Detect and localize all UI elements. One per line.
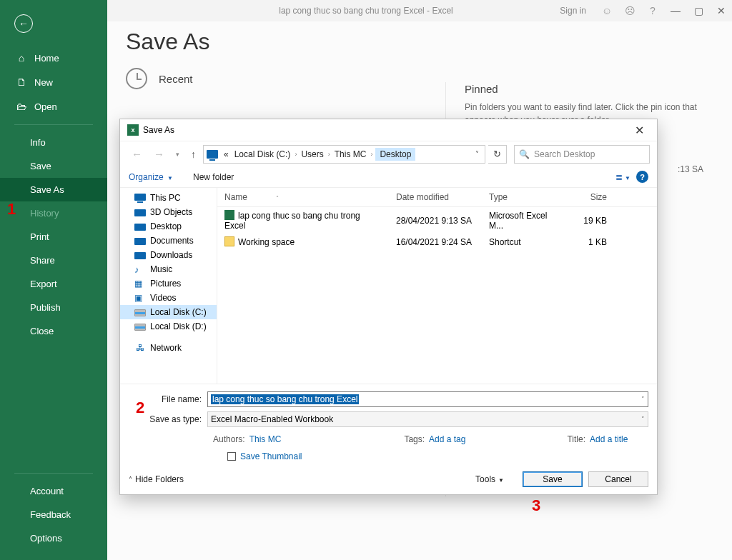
sidebar-account[interactable]: Account [0,479,107,503]
search-input[interactable]: 🔍 Search Desktop [514,145,650,164]
file-row[interactable]: lap cong thuc so bang chu trong Excel 28… [217,207,657,234]
sidebar-options[interactable]: Options [0,526,107,550]
nav-up-icon[interactable]: ↑ [187,149,200,160]
shortcut-icon [224,236,234,246]
page-icon: 🗋 [16,76,27,88]
sidebar-publish[interactable]: Publish [0,296,107,319]
save-type-select[interactable]: Excel Macro-Enabled Workbook˅ [207,411,648,427]
sidebar-feedback[interactable]: Feedback [0,503,107,526]
maximize-icon[interactable]: ▢ [692,5,705,16]
tree-music[interactable]: Music [120,262,217,276]
save-thumbnail-row[interactable]: Save Thumbnail [227,451,648,461]
sort-icon: ˄ [276,195,279,201]
sidebar-new[interactable]: 🗋New [0,70,107,94]
excel-icon: x [127,124,139,136]
path-dropdown-icon[interactable]: ˅ [473,150,482,158]
col-name[interactable]: Name˄ [217,188,389,206]
close-window-icon[interactable]: ✕ [715,5,728,16]
sidebar-save-as[interactable]: Save As [0,178,107,201]
help-icon[interactable]: ? [646,5,659,16]
sidebar-export[interactable]: Export [0,272,107,296]
recent-label[interactable]: Recent [159,73,193,85]
nav-back-icon[interactable]: ← [127,148,147,160]
thumbnail-checkbox[interactable] [227,452,236,461]
file-row[interactable]: Working space 16/04/2021 9:24 SA Shortcu… [217,234,657,250]
new-folder-button[interactable]: New folder [193,172,234,182]
file-list: Name˄ Date modified Type Size lap cong t… [217,188,657,384]
file-name-input[interactable]: lap cong thuc so bang chu trong Excel˅ [207,391,648,407]
tree-local-disk-d[interactable]: Local Disk (D:) [120,319,217,334]
tree-documents[interactable]: Documents [120,234,217,248]
sidebar-home[interactable]: ⌂Home [0,46,107,70]
chevron-down-icon: ▼ [167,175,173,181]
folder-icon [134,238,146,245]
excel-file-icon [224,210,234,220]
back-button[interactable]: ← [14,14,33,33]
save-button[interactable]: Save [523,471,583,487]
col-size[interactable]: Size [564,188,614,206]
tools-dropdown[interactable]: Tools▼ [475,474,504,484]
col-type[interactable]: Type [482,188,564,206]
tree-this-pc[interactable]: This PC [120,191,217,205]
sidebar-share[interactable]: Share [0,249,107,272]
dialog-titlebar: x Save As ✕ [120,119,657,141]
chevron-right-icon: › [370,151,372,158]
tree-desktop[interactable]: Desktop [120,219,217,234]
dialog-help-icon[interactable]: ? [636,171,648,183]
breadcrumb-bar[interactable]: « Local Disk (C:)› Users› This MC› Deskt… [203,145,485,164]
feedback-icon[interactable]: ☹ [623,5,636,16]
crumb-2[interactable]: This MC [333,149,368,159]
chevron-up-icon: ˄ [129,476,132,484]
tree-local-disk-c[interactable]: Local Disk (C:) [120,305,217,319]
crumb-0[interactable]: Local Disk (C:) [233,149,292,159]
chevron-down-icon[interactable]: ˅ [641,396,645,403]
pictures-icon [134,279,146,289]
close-dialog-icon[interactable]: ✕ [629,122,650,139]
folder-icon [134,209,146,216]
search-icon: 🔍 [519,149,530,159]
home-icon: ⌂ [16,52,27,64]
crumb-3[interactable]: Desktop [375,148,415,161]
minimize-icon[interactable]: — [669,5,682,16]
sidebar-print[interactable]: Print [0,225,107,249]
hide-folders-button[interactable]: ˄Hide Folders [129,474,184,484]
nav-recent-icon[interactable]: ▾ [172,151,184,158]
authors-value[interactable]: This MC [249,434,282,444]
tree-3d-objects[interactable]: 3D Objects [120,205,217,219]
tree-downloads[interactable]: Downloads [120,248,217,262]
chevron-down-icon: ▼ [498,477,504,484]
cancel-button[interactable]: Cancel [588,471,648,487]
signin-link[interactable]: Sign in [560,6,586,16]
sidebar-save[interactable]: Save [0,154,107,178]
view-mode-button[interactable]: ≣ ▼ [615,172,630,182]
tree-network[interactable]: 🖧Network [120,341,217,355]
folder-icon [134,252,146,259]
document-title: lap cong thuc so bang chu trong Excel - … [279,6,452,16]
annotation-3: 3 [532,496,540,515]
sidebar-close[interactable]: Close [0,319,107,343]
thumbnail-label: Save Thumbnail [240,451,302,461]
title-value[interactable]: Add a title [590,434,628,444]
excel-titlebar: lap cong thuc so bang chu trong Excel - … [0,0,732,21]
emoji-icon[interactable]: ☺ [600,5,613,16]
folder-icon [134,224,146,231]
music-icon [134,264,146,274]
tree-pictures[interactable]: Pictures [120,276,217,291]
nav-forward-icon: → [149,148,169,160]
annotation-1: 1 [7,200,16,219]
save-as-dialog: x Save As ✕ ← → ▾ ↑ « Local Disk (C:)› U… [119,119,658,495]
refresh-button[interactable]: ↻ [488,145,507,164]
crumb-1[interactable]: Users [300,149,325,159]
title-label: Title: [567,434,585,444]
videos-icon [134,293,146,303]
page-heading: Save As [126,29,732,55]
chevron-down-icon[interactable]: ˅ [641,416,645,423]
chevron-right-icon: › [295,151,297,158]
organize-button[interactable]: Organize ▼ [129,172,173,182]
sidebar-open[interactable]: 🗁Open [0,94,107,119]
sidebar-divider [14,124,93,125]
tags-value[interactable]: Add a tag [429,434,465,444]
sidebar-info[interactable]: Info [0,131,107,154]
col-date[interactable]: Date modified [389,188,482,206]
tree-videos[interactable]: Videos [120,291,217,305]
